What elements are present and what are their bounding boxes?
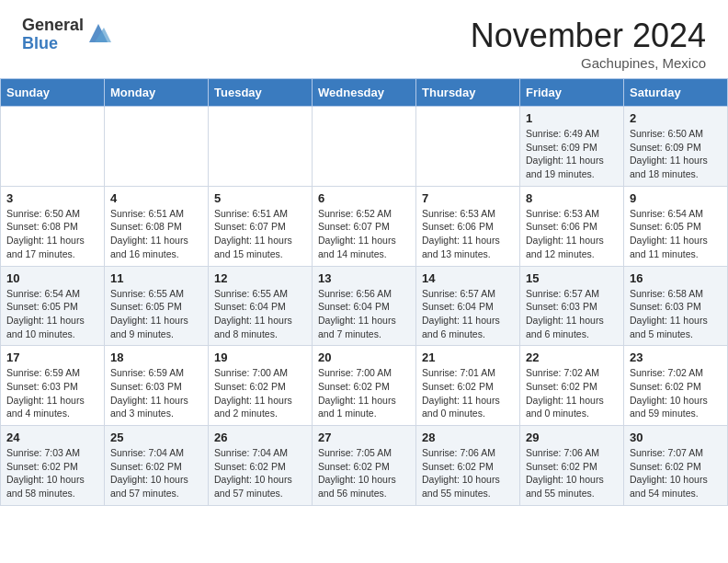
calendar-cell: 16Sunrise: 6:58 AMSunset: 6:03 PMDayligh…	[624, 266, 728, 346]
day-number: 27	[318, 431, 410, 444]
calendar-cell: 3Sunrise: 6:50 AMSunset: 6:08 PMDaylight…	[1, 186, 105, 266]
weekday-header-wednesday: Wednesday	[313, 79, 416, 107]
calendar-cell	[416, 107, 520, 187]
weekday-header-monday: Monday	[105, 79, 209, 107]
title-block: November 2024 Gachupines, Mexico	[471, 17, 706, 71]
calendar-cell: 11Sunrise: 6:55 AMSunset: 6:05 PMDayligh…	[105, 266, 209, 346]
day-number: 5	[214, 191, 306, 205]
day-number: 2	[630, 111, 722, 125]
day-info: Sunrise: 6:57 AMSunset: 6:04 PMDaylight:…	[422, 287, 514, 341]
day-number: 28	[422, 431, 514, 444]
calendar-cell: 6Sunrise: 6:52 AMSunset: 6:07 PMDaylight…	[313, 186, 416, 266]
calendar-cell: 26Sunrise: 7:04 AMSunset: 6:02 PMDayligh…	[209, 426, 313, 506]
day-info: Sunrise: 7:07 AMSunset: 6:02 PMDaylight:…	[630, 446, 722, 500]
weekday-header-thursday: Thursday	[416, 79, 520, 107]
calendar-cell: 1Sunrise: 6:49 AMSunset: 6:09 PMDaylight…	[520, 107, 624, 187]
day-number: 15	[526, 271, 618, 285]
calendar-cell	[105, 107, 209, 187]
day-info: Sunrise: 6:51 AMSunset: 6:08 PMDaylight:…	[110, 207, 202, 261]
day-info: Sunrise: 6:59 AMSunset: 6:03 PMDaylight:…	[6, 366, 98, 420]
calendar-body: 1Sunrise: 6:49 AMSunset: 6:09 PMDaylight…	[1, 107, 728, 506]
calendar-cell: 25Sunrise: 7:04 AMSunset: 6:02 PMDayligh…	[105, 426, 209, 506]
day-number: 7	[422, 191, 514, 205]
day-info: Sunrise: 6:49 AMSunset: 6:09 PMDaylight:…	[526, 127, 618, 181]
day-number: 8	[526, 191, 618, 205]
day-number: 29	[526, 431, 618, 444]
calendar-cell: 4Sunrise: 6:51 AMSunset: 6:08 PMDaylight…	[105, 186, 209, 266]
day-info: Sunrise: 7:00 AMSunset: 6:02 PMDaylight:…	[318, 366, 410, 420]
day-info: Sunrise: 6:50 AMSunset: 6:09 PMDaylight:…	[630, 127, 722, 181]
logo-blue-text: Blue	[22, 35, 84, 53]
day-info: Sunrise: 6:51 AMSunset: 6:07 PMDaylight:…	[214, 207, 306, 261]
day-info: Sunrise: 6:58 AMSunset: 6:03 PMDaylight:…	[630, 287, 722, 341]
day-info: Sunrise: 6:53 AMSunset: 6:06 PMDaylight:…	[422, 207, 514, 261]
calendar-cell: 24Sunrise: 7:03 AMSunset: 6:02 PMDayligh…	[1, 426, 105, 506]
day-number: 16	[630, 271, 722, 285]
weekday-header-friday: Friday	[520, 79, 624, 107]
page-header: General Blue November 2024 Gachupines, M…	[0, 0, 728, 78]
calendar-week-0: 1Sunrise: 6:49 AMSunset: 6:09 PMDaylight…	[1, 107, 728, 187]
day-info: Sunrise: 6:53 AMSunset: 6:06 PMDaylight:…	[526, 207, 618, 261]
calendar-cell: 22Sunrise: 7:02 AMSunset: 6:02 PMDayligh…	[520, 346, 624, 426]
calendar-cell: 28Sunrise: 7:06 AMSunset: 6:02 PMDayligh…	[416, 426, 520, 506]
day-info: Sunrise: 7:02 AMSunset: 6:02 PMDaylight:…	[630, 366, 722, 420]
day-number: 1	[526, 111, 618, 125]
day-info: Sunrise: 7:04 AMSunset: 6:02 PMDaylight:…	[110, 446, 202, 500]
day-number: 18	[110, 350, 202, 364]
day-number: 9	[630, 191, 722, 205]
calendar-cell: 14Sunrise: 6:57 AMSunset: 6:04 PMDayligh…	[416, 266, 520, 346]
day-info: Sunrise: 7:06 AMSunset: 6:02 PMDaylight:…	[526, 446, 618, 500]
day-info: Sunrise: 6:55 AMSunset: 6:04 PMDaylight:…	[214, 287, 306, 341]
calendar-week-1: 3Sunrise: 6:50 AMSunset: 6:08 PMDaylight…	[1, 186, 728, 266]
day-info: Sunrise: 7:01 AMSunset: 6:02 PMDaylight:…	[422, 366, 514, 420]
calendar-cell: 20Sunrise: 7:00 AMSunset: 6:02 PMDayligh…	[313, 346, 416, 426]
day-number: 12	[214, 271, 306, 285]
calendar-cell: 8Sunrise: 6:53 AMSunset: 6:06 PMDaylight…	[520, 186, 624, 266]
calendar-cell: 23Sunrise: 7:02 AMSunset: 6:02 PMDayligh…	[624, 346, 728, 426]
calendar-cell: 21Sunrise: 7:01 AMSunset: 6:02 PMDayligh…	[416, 346, 520, 426]
calendar-cell: 13Sunrise: 6:56 AMSunset: 6:04 PMDayligh…	[313, 266, 416, 346]
calendar-cell: 27Sunrise: 7:05 AMSunset: 6:02 PMDayligh…	[313, 426, 416, 506]
calendar-week-2: 10Sunrise: 6:54 AMSunset: 6:05 PMDayligh…	[1, 266, 728, 346]
day-info: Sunrise: 7:05 AMSunset: 6:02 PMDaylight:…	[318, 446, 410, 500]
calendar-cell	[209, 107, 313, 187]
calendar-cell: 18Sunrise: 6:59 AMSunset: 6:03 PMDayligh…	[105, 346, 209, 426]
day-info: Sunrise: 7:02 AMSunset: 6:02 PMDaylight:…	[526, 366, 618, 420]
day-number: 17	[6, 350, 98, 364]
day-info: Sunrise: 7:06 AMSunset: 6:02 PMDaylight:…	[422, 446, 514, 500]
day-info: Sunrise: 6:50 AMSunset: 6:08 PMDaylight:…	[6, 207, 98, 261]
day-number: 11	[110, 271, 202, 285]
day-info: Sunrise: 6:54 AMSunset: 6:05 PMDaylight:…	[630, 207, 722, 261]
day-info: Sunrise: 7:04 AMSunset: 6:02 PMDaylight:…	[214, 446, 306, 500]
calendar-cell: 2Sunrise: 6:50 AMSunset: 6:09 PMDaylight…	[624, 107, 728, 187]
day-info: Sunrise: 6:55 AMSunset: 6:05 PMDaylight:…	[110, 287, 202, 341]
calendar-cell: 10Sunrise: 6:54 AMSunset: 6:05 PMDayligh…	[1, 266, 105, 346]
day-info: Sunrise: 7:03 AMSunset: 6:02 PMDaylight:…	[6, 446, 98, 500]
calendar-table: SundayMondayTuesdayWednesdayThursdayFrid…	[0, 78, 728, 506]
day-number: 19	[214, 350, 306, 364]
calendar-week-4: 24Sunrise: 7:03 AMSunset: 6:02 PMDayligh…	[1, 426, 728, 506]
calendar-cell	[313, 107, 416, 187]
weekday-header-saturday: Saturday	[624, 79, 728, 107]
day-number: 26	[214, 431, 306, 444]
calendar-cell	[1, 107, 105, 187]
day-number: 13	[318, 271, 410, 285]
day-number: 10	[6, 271, 98, 285]
calendar-week-3: 17Sunrise: 6:59 AMSunset: 6:03 PMDayligh…	[1, 346, 728, 426]
logo: General Blue	[22, 17, 111, 53]
day-info: Sunrise: 6:56 AMSunset: 6:04 PMDaylight:…	[318, 287, 410, 341]
calendar-cell: 7Sunrise: 6:53 AMSunset: 6:06 PMDaylight…	[416, 186, 520, 266]
calendar-cell: 19Sunrise: 7:00 AMSunset: 6:02 PMDayligh…	[209, 346, 313, 426]
day-number: 21	[422, 350, 514, 364]
day-number: 20	[318, 350, 410, 364]
day-number: 14	[422, 271, 514, 285]
day-info: Sunrise: 6:59 AMSunset: 6:03 PMDaylight:…	[110, 366, 202, 420]
day-number: 23	[630, 350, 722, 364]
day-info: Sunrise: 7:00 AMSunset: 6:02 PMDaylight:…	[214, 366, 306, 420]
month-title: November 2024	[471, 17, 706, 55]
calendar-cell: 30Sunrise: 7:07 AMSunset: 6:02 PMDayligh…	[624, 426, 728, 506]
calendar-cell: 9Sunrise: 6:54 AMSunset: 6:05 PMDaylight…	[624, 186, 728, 266]
logo-general-text: General	[22, 17, 84, 35]
location: Gachupines, Mexico	[471, 55, 706, 71]
calendar-cell: 12Sunrise: 6:55 AMSunset: 6:04 PMDayligh…	[209, 266, 313, 346]
